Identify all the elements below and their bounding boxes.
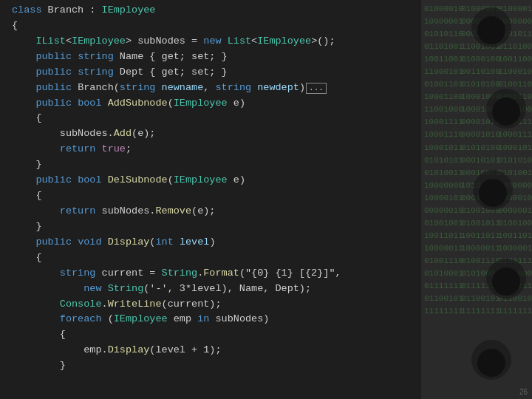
binary-panel: 01000010 10000001 01010110 01101001 1001…	[421, 0, 532, 399]
code-line: emp.Display(level + 1);	[0, 343, 421, 358]
code-line: {	[0, 188, 421, 204]
code-line: public void Display(int level)	[0, 235, 421, 250]
code-line: {	[0, 327, 421, 343]
code-line: string current = String.Format("{0} {1} …	[0, 266, 421, 282]
code-line: class Branch : IEmployee	[0, 3, 421, 18]
code-line: return subNodes.Remove(e);	[0, 204, 421, 219]
code-line: }	[0, 219, 421, 235]
binary-col-1: 01000010 10000001 01010110 01101001 1001…	[423, 0, 465, 321]
code-line: }	[0, 358, 421, 374]
code-line: IList<IEmployee> subNodes = new List<IEm…	[0, 34, 421, 50]
code-line: {	[0, 111, 421, 126]
code-line: Console.WriteLine(current);	[0, 297, 421, 313]
code-line: new String('-', 3*level), Name, Dept);	[0, 282, 421, 297]
code-line: {	[0, 18, 421, 34]
page-number: 26	[519, 388, 528, 396]
code-panel: class Branch : IEmployee{ IList<IEmploye…	[0, 0, 421, 399]
code-line: public Branch(string newname, string new…	[0, 81, 421, 96]
code-line: return true;	[0, 142, 421, 157]
code-line: {	[0, 250, 421, 266]
code-line: subNodes.Add(e);	[0, 126, 421, 142]
code-line: foreach (IEmployee emp in subNodes)	[0, 312, 421, 327]
code-line: public bool AddSubnode(IEmployee e)	[0, 96, 421, 112]
code-line: public string Dept { get; set; }	[0, 65, 421, 81]
code-line: }	[0, 157, 421, 173]
code-line: public string Name { get; set; }	[0, 50, 421, 65]
code-line: public bool DelSubnode(IEmployee e)	[0, 173, 421, 188]
